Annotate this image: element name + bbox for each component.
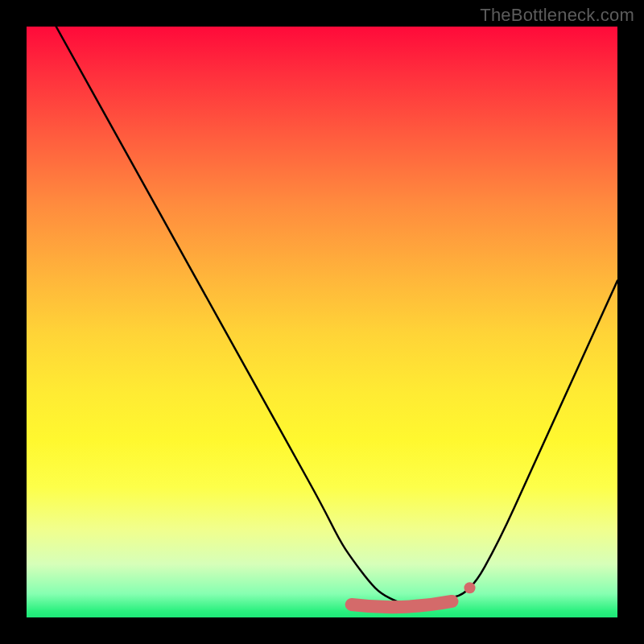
plot-area	[27, 27, 617, 617]
bottleneck-curve	[56, 27, 617, 605]
watermark-text: TheBottleneck.com	[480, 5, 634, 26]
chart-overlay	[27, 27, 617, 617]
curve-end-marker	[464, 582, 476, 593]
optimal-flat-region	[352, 601, 452, 607]
chart-frame: TheBottleneck.com	[0, 0, 644, 644]
